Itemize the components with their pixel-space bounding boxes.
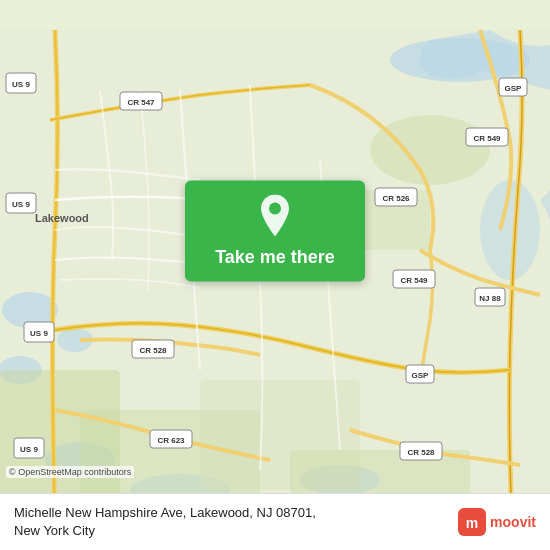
svg-text:CR 549: CR 549 [400, 276, 428, 285]
svg-text:NJ 88: NJ 88 [479, 294, 501, 303]
moovit-label: moovit [490, 514, 536, 530]
bottom-bar: Michelle New Hampshire Ave, Lakewood, NJ… [0, 493, 550, 550]
address-line1: Michelle New Hampshire Ave, Lakewood, NJ… [14, 505, 316, 520]
svg-point-11 [370, 115, 490, 185]
location-pin-icon [257, 195, 293, 239]
svg-text:US 9: US 9 [30, 329, 48, 338]
svg-text:CR 528: CR 528 [139, 346, 167, 355]
osm-text: © OpenStreetMap contributors [9, 467, 131, 477]
svg-text:Lakewood: Lakewood [35, 212, 89, 224]
moovit-icon: m [458, 508, 486, 536]
svg-text:CR 528: CR 528 [407, 448, 435, 457]
address-block: Michelle New Hampshire Ave, Lakewood, NJ… [14, 504, 448, 540]
svg-text:m: m [466, 515, 478, 531]
svg-text:US 9: US 9 [12, 200, 30, 209]
svg-text:CR 526: CR 526 [382, 194, 410, 203]
svg-text:CR 547: CR 547 [127, 98, 155, 107]
take-me-there-button[interactable]: Take me there [185, 181, 365, 282]
svg-text:US 9: US 9 [20, 445, 38, 454]
button-label: Take me there [215, 247, 335, 268]
address-city: New York City [14, 523, 95, 538]
moovit-logo[interactable]: m moovit [458, 508, 536, 536]
svg-text:GSP: GSP [412, 371, 430, 380]
address-text: Michelle New Hampshire Ave, Lakewood, NJ… [14, 504, 448, 540]
svg-text:CR 549: CR 549 [473, 134, 501, 143]
svg-text:CR 623: CR 623 [157, 436, 185, 445]
osm-attribution: © OpenStreetMap contributors [6, 466, 134, 478]
map-container: US 9 CR 547 US 9 CR 526 CR 549 GSP CR 54… [0, 0, 550, 550]
svg-point-44 [269, 203, 281, 215]
svg-text:US 9: US 9 [12, 80, 30, 89]
svg-text:GSP: GSP [505, 84, 523, 93]
